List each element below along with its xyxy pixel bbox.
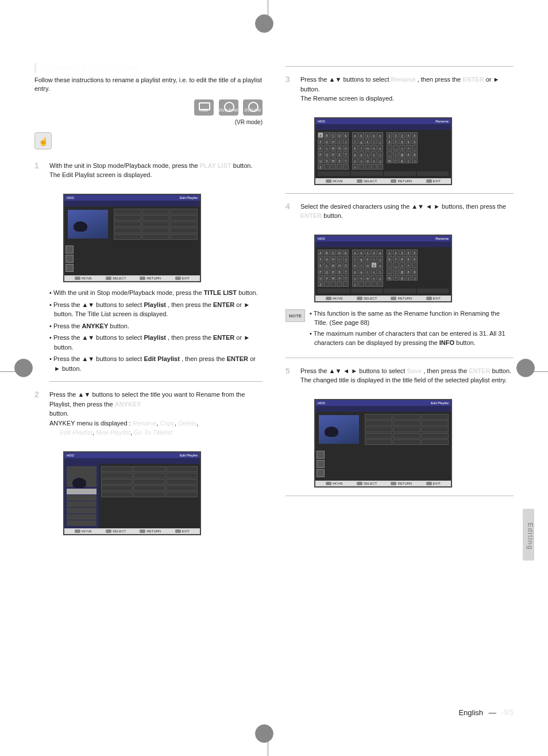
media-icons-row: HDD DVD-RAM DVD-RW <box>34 99 263 116</box>
step-1: 1 With the unit in Stop mode/Playback mo… <box>34 161 263 186</box>
osd-thumbnail <box>68 210 108 239</box>
step-number: 3 <box>285 75 296 85</box>
osd-anykey-menu: HDDEdit Playlist M <box>63 451 201 535</box>
step1-text-a: With the unit in Stop mode/Playback mode… <box>49 162 198 169</box>
crop-mark-left <box>0 363 17 381</box>
osd-sidebar <box>64 242 111 275</box>
step-number: 2 <box>34 390 45 400</box>
divider <box>49 381 263 382</box>
osd-rename-keyboard-1: HDDRename ABCDE FGHIJ KLMNO PQRST UVWXY … <box>314 117 452 185</box>
osd-return: RETURN <box>140 277 161 280</box>
osd-keyboard: ABCDE FGHIJ KLMNO PQRST UVWXY Z abcde fg… <box>315 130 451 178</box>
bullet-3: Press the ANYKEY button. <box>49 321 263 331</box>
osd-table <box>111 206 200 275</box>
step-2: 2 Press the ▲▼ buttons to select the tit… <box>34 390 263 443</box>
divider <box>285 193 514 194</box>
osd-footer: MOVE SELECT RETURN EXIT <box>64 275 200 281</box>
vr-mode-label: (VR mode) <box>34 119 263 125</box>
note-1: This function is the same as the Rename … <box>310 309 514 327</box>
osd-thumbnail <box>319 415 359 444</box>
divider <box>285 496 514 496</box>
divider <box>285 358 514 358</box>
step-number: 1 <box>34 161 45 171</box>
bullet-5: Press the ▲▼ buttons to select Edit Play… <box>49 354 263 373</box>
dvd-ram-icon: DVD-RAM <box>219 99 238 116</box>
crop-mark-bottom <box>260 739 277 756</box>
step-number: 4 <box>285 202 296 212</box>
left-column: Renaming a Playlist Entry Follow these i… <box>34 32 263 541</box>
osd-menu <box>64 464 99 528</box>
intro-text: Follow these instructions to rename a pl… <box>34 76 263 94</box>
step-3: 3 Press the ▲▼ buttons to select Rename … <box>285 75 514 109</box>
right-column: 3 Press the ▲▼ buttons to select Rename … <box>285 32 514 541</box>
osd-select: SELECT <box>106 277 126 280</box>
bullet-4: Press the ▲▼ buttons to select Playlist … <box>49 333 263 352</box>
playlist-button-label: PLAY LIST <box>200 162 231 169</box>
osd-exit: EXIT <box>175 277 190 280</box>
osd-move: MOVE <box>75 277 92 280</box>
dvd-rw-icon: DVD-RW <box>243 99 263 116</box>
page-footer: English — -95 <box>34 707 514 717</box>
bullet-2: Press the ▲▼ buttons to select Playlist … <box>49 300 263 319</box>
alt-method-bullets: With the unit in Stop mode/Playback mode… <box>49 288 263 373</box>
osd-thumbnail <box>67 466 97 487</box>
hdd-icon: HDD <box>194 99 214 116</box>
side-tab-editing: Editing <box>523 509 534 561</box>
osd-hdr-right: Edit Playlist <box>180 196 198 199</box>
step-number: 5 <box>285 366 296 377</box>
crop-mark-top <box>260 0 277 17</box>
crop-mark-right <box>531 363 548 381</box>
osd-edit-playlist-result: HDDEdit Playlist M <box>314 399 452 488</box>
section-title: Renaming a Playlist Entry <box>34 63 263 72</box>
osd-rename-keyboard-2: HDDRename ABCDE FGHIJ KLMNO PQRST UVWXY … <box>314 235 452 302</box>
note-icon: NOTE <box>285 309 305 322</box>
step-4: 4 Select the desired characters using th… <box>285 202 514 227</box>
osd-tab <box>64 201 200 206</box>
manual-page: Renaming a Playlist Entry Follow these i… <box>34 32 514 722</box>
step-5: 5 Press the ▲▼ ◄ ► buttons to select Sav… <box>285 366 514 391</box>
step1-text-b: button. <box>233 162 253 169</box>
note-2: The maximum number of characters that ca… <box>310 329 514 347</box>
page-number: -95 <box>501 707 514 717</box>
bullet-1: With the unit in Stop mode/Playback mode… <box>49 288 263 298</box>
osd-edit-playlist: HDDEdit Playlist M <box>63 194 201 282</box>
divider <box>285 66 514 67</box>
hand-icon: ☝ <box>34 132 52 149</box>
footer-language: English <box>458 708 483 717</box>
osd-hdr-left: HDD <box>67 196 74 199</box>
note-box: NOTE This function is the same as the Re… <box>285 309 514 350</box>
step1-text-c: The Edit Playlist screen is displayed. <box>49 171 152 178</box>
